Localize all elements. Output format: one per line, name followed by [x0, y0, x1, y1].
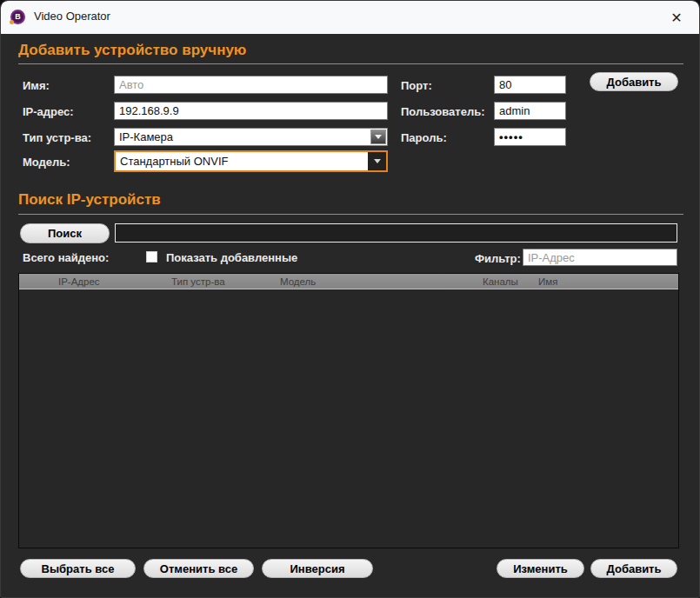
edit-button[interactable]: Изменить	[497, 559, 584, 578]
deselect-all-button[interactable]: Отменить все	[143, 559, 254, 578]
device-type-label: Тип устр-ва:	[23, 131, 91, 144]
chevron-down-icon[interactable]	[370, 130, 386, 144]
video-operator-window: B Video Operator ✕ Добавить устройство в…	[0, 0, 700, 598]
username-input[interactable]	[494, 102, 566, 120]
password-label: Пароль:	[401, 131, 447, 144]
show-added-checkbox[interactable]	[146, 251, 157, 262]
search-button[interactable]: Поиск	[20, 223, 110, 243]
title-bar: B Video Operator ✕	[1, 1, 699, 34]
add-device-button[interactable]: Добавить	[590, 72, 678, 91]
column-name[interactable]: Имя	[538, 276, 678, 287]
device-type-select[interactable]: IP-Камера	[114, 128, 388, 146]
filter-label: Фильтр:	[475, 252, 521, 265]
device-table: IP-Адрес Тип устр-ва Модель Каналы Имя	[18, 273, 679, 548]
total-found-label: Всего найдено:	[23, 251, 109, 264]
column-device-type[interactable]: Тип устр-ва	[171, 276, 280, 287]
name-label: Имя:	[23, 79, 50, 92]
column-model[interactable]: Модель	[280, 276, 483, 287]
manual-section-divider	[18, 63, 683, 64]
window-title: Video Operator	[34, 10, 110, 23]
device-table-header: IP-Адрес Тип устр-ва Модель Каналы Имя	[19, 274, 678, 289]
search-section-title: Поиск IP-устройств	[18, 191, 161, 209]
model-value: Стандартный ONVIF	[120, 155, 228, 168]
ip-address-input[interactable]	[114, 102, 388, 120]
model-select[interactable]: Стандартный ONVIF	[114, 150, 388, 172]
app-logo-icon: B	[10, 10, 25, 24]
column-ip-address[interactable]: IP-Адрес	[58, 276, 171, 287]
port-label: Порт:	[401, 79, 432, 92]
invert-selection-button[interactable]: Инверсия	[262, 559, 373, 578]
manual-section-title: Добавить устройство вручную	[18, 42, 246, 59]
column-channels[interactable]: Каналы	[483, 276, 538, 287]
search-section-divider	[18, 214, 683, 215]
ip-address-label: IP-адрес:	[23, 105, 74, 118]
select-all-button[interactable]: Выбрать все	[20, 559, 136, 578]
chevron-down-icon[interactable]	[368, 152, 386, 170]
filter-input[interactable]	[523, 249, 677, 266]
add-found-button[interactable]: Добавить	[590, 559, 677, 578]
device-table-body	[19, 289, 678, 548]
device-type-value: IP-Камера	[119, 130, 173, 143]
password-input[interactable]	[494, 128, 566, 146]
show-added-label: Показать добавленные	[166, 251, 297, 264]
name-input[interactable]	[114, 76, 388, 94]
logo-notification-dot	[10, 20, 14, 24]
port-input[interactable]	[494, 76, 566, 94]
search-progress-bar	[115, 223, 677, 243]
close-icon[interactable]: ✕	[666, 8, 687, 27]
model-label: Модель:	[23, 156, 70, 169]
username-label: Пользователь:	[401, 105, 485, 118]
